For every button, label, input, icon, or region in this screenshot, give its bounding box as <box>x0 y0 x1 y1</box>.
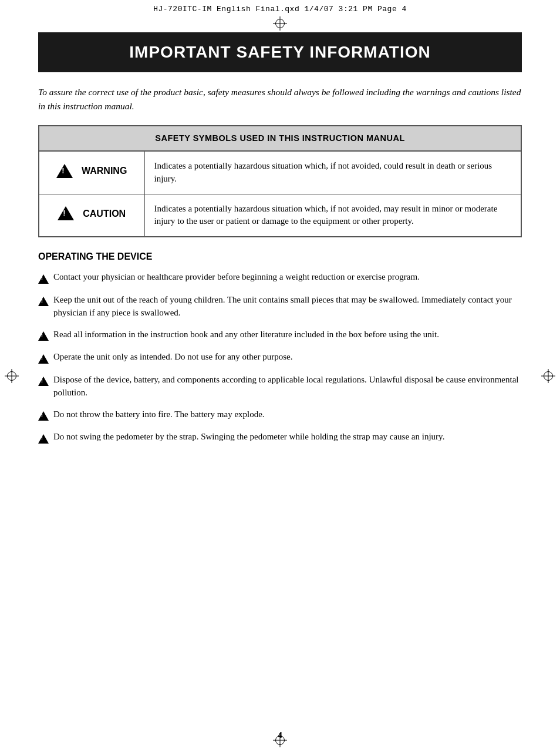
caution-label: CAUTION <box>77 207 126 220</box>
right-registration-mark <box>541 369 555 383</box>
file-info-text: HJ-720ITC-IM English Final.qxd 1/4/07 3:… <box>153 5 407 14</box>
warning-symbol-cell: WARNING <box>39 151 144 194</box>
bullet-triangle-icon-6 <box>38 409 49 422</box>
list-item: Dispose of the device, battery, and comp… <box>38 373 522 400</box>
caution-row: CAUTION Indicates a potentially hazardou… <box>39 194 521 237</box>
bullet-triangle-icon-5 <box>38 374 49 388</box>
bottom-registration-mark <box>273 733 287 747</box>
main-content: IMPORTANT SAFETY INFORMATION To assure t… <box>38 32 522 717</box>
title-banner: IMPORTANT SAFETY INFORMATION <box>38 32 522 72</box>
list-item-text-7: Do not swing the pedometer by the strap.… <box>53 430 522 444</box>
caution-triangle-icon <box>58 206 74 220</box>
left-registration-mark <box>5 369 19 383</box>
list-item: Contact your physician or healthcare pro… <box>38 270 522 285</box>
warning-row: WARNING Indicates a potentially hazardou… <box>39 151 521 194</box>
list-item-text-5: Dispose of the device, battery, and comp… <box>53 373 522 400</box>
list-item-text-1: Contact your physician or healthcare pro… <box>53 270 522 284</box>
warning-description: Indicates a potentially hazardous situat… <box>144 151 521 194</box>
warning-symbol: WARNING <box>56 164 127 178</box>
warning-triangle-icon <box>56 164 73 178</box>
caution-description: Indicates a potentially hazardous situat… <box>144 194 521 237</box>
bullet-triangle-icon-3 <box>38 329 49 343</box>
list-item-text-4: Operate the unit only as intended. Do no… <box>53 350 522 364</box>
top-registration-mark <box>273 16 287 31</box>
list-item-text-3: Read all information in the instruction … <box>53 328 522 341</box>
table-header: SAFETY SYMBOLS USED IN THIS INSTRUCTION … <box>39 126 521 151</box>
warning-label: WARNING <box>76 164 127 177</box>
bullet-triangle-icon-1 <box>38 271 49 285</box>
bullet-triangle-icon-4 <box>38 351 49 365</box>
list-item-text-2: Keep the unit out of the reach of young … <box>53 293 522 320</box>
operating-list: Contact your physician or healthcare pro… <box>38 270 522 445</box>
page-title: IMPORTANT SAFETY INFORMATION <box>50 43 510 62</box>
file-header: HJ-720ITC-IM English Final.qxd 1/4/07 3:… <box>0 5 560 14</box>
caution-symbol-cell: CAUTION <box>39 194 144 237</box>
list-item: Do not throw the battery into fire. The … <box>38 408 522 422</box>
list-item: Operate the unit only as intended. Do no… <box>38 350 522 365</box>
list-item: Do not swing the pedometer by the strap.… <box>38 430 522 445</box>
intro-paragraph: To assure the correct use of the product… <box>38 85 522 113</box>
safety-table: SAFETY SYMBOLS USED IN THIS INSTRUCTION … <box>38 125 522 237</box>
list-item: Read all information in the instruction … <box>38 328 522 343</box>
operating-section-header: OPERATING THE DEVICE <box>38 251 522 262</box>
bullet-triangle-icon-2 <box>38 294 49 308</box>
page-container: HJ-720ITC-IM English Final.qxd 1/4/07 3:… <box>0 0 560 752</box>
list-item-text-6: Do not throw the battery into fire. The … <box>53 408 522 421</box>
bullet-triangle-icon-7 <box>38 431 49 445</box>
caution-symbol: CAUTION <box>58 206 126 220</box>
list-item: Keep the unit out of the reach of young … <box>38 293 522 320</box>
